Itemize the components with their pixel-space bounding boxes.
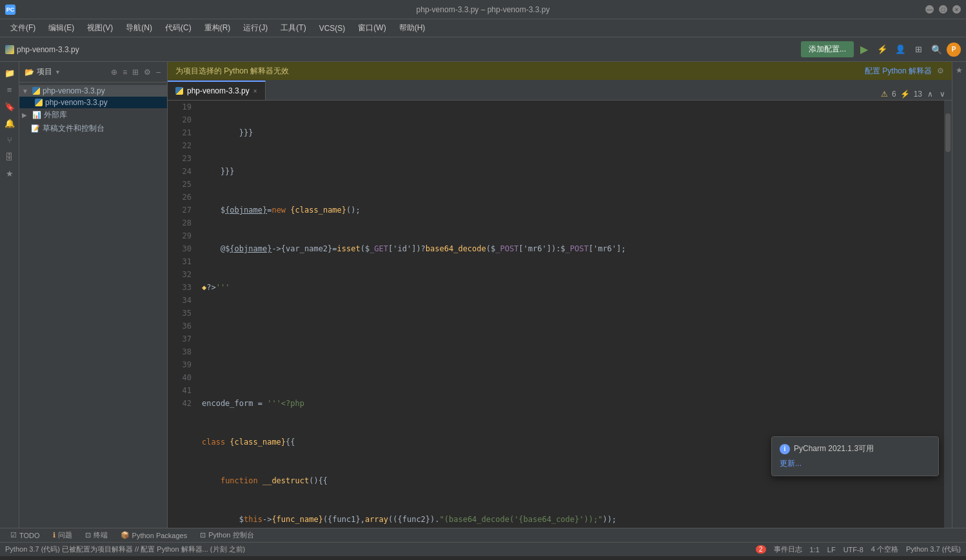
tree-file-item[interactable]: php-venom-3.3.py — [19, 97, 167, 108]
file-tree-content: ▼ php-venom-3.3.py php-venom-3.3.py ▶ 📊 … — [19, 82, 167, 528]
tab-python-icon — [175, 87, 183, 95]
editor-scrollbar[interactable] — [944, 101, 952, 528]
collapse-icon: ▶ — [22, 111, 30, 119]
menu-run[interactable]: 运行(J) — [238, 21, 273, 35]
sidebar-icon-panel: 📁 ≡ 🔖 🔔 ⑂ 🗄 ★ — [0, 62, 19, 528]
file-indicator: php-venom-3.3.py — [5, 45, 79, 54]
project-file-tree: 📂 项目 ▼ ⊕ ≡ ⊞ ⚙ – ▼ php-venom-3.3.py — [19, 62, 168, 528]
tab-close-button[interactable]: × — [253, 88, 257, 95]
tree-hide-button[interactable]: – — [155, 66, 162, 78]
title-bar-left: PC — [5, 5, 19, 15]
tree-sort-button[interactable]: ≡ — [121, 66, 128, 78]
tree-external-libs[interactable]: ▶ 📊 外部库 — [19, 108, 167, 122]
error-count: 13 — [914, 90, 922, 99]
sidebar-bookmark-icon[interactable]: 🔖 — [3, 99, 17, 113]
tree-root-folder[interactable]: ▼ php-venom-3.3.py — [19, 85, 167, 97]
bottom-tab-python-console[interactable]: ⊡ Python 控制台 — [195, 529, 259, 541]
right-sidebar-star-icon[interactable]: ★ — [954, 64, 965, 76]
prev-error-button[interactable]: ∧ — [926, 88, 934, 100]
event-log-badge[interactable]: 2 — [756, 545, 766, 554]
toolbar: php-venom-3.3.py 添加配置... ▶ ⚡ 👤 ⊞ 🔍 P — [0, 37, 966, 62]
sidebar-project-icon[interactable]: 📁 — [3, 66, 17, 80]
update-link[interactable]: 更新... — [780, 459, 802, 468]
sidebar-star-icon[interactable]: ★ — [3, 166, 17, 180]
run-button[interactable]: ▶ — [856, 42, 872, 57]
add-configuration-button[interactable]: 添加配置... — [801, 41, 854, 57]
search-button[interactable]: 🔍 — [929, 42, 944, 57]
folder-icon: 📂 — [25, 68, 34, 77]
status-bar: Python 3.7 (代码) 已被配置为项目解释器 // 配置 Python … — [0, 542, 966, 556]
bottom-tab-problems[interactable]: ℹ 问题 — [48, 529, 77, 541]
tree-settings-button[interactable]: ⚙ — [143, 66, 152, 78]
scrollbar-thumb[interactable] — [945, 113, 951, 152]
configure-interpreter-link[interactable]: 配置 Python 解释器 ⚙ — [865, 66, 944, 77]
code-editor[interactable]: 19 20 21 22 23 24 25 26 27 28 29 30 31 3… — [168, 101, 952, 528]
tree-expand-button[interactable]: ⊞ — [131, 66, 140, 78]
menu-edit[interactable]: 编辑(E) — [43, 21, 79, 35]
terminal-icon: ⊡ — [85, 531, 91, 539]
expand-icon: ▼ — [22, 88, 30, 95]
line-ending[interactable]: LF — [827, 546, 836, 554]
right-sidebar: ★ — [952, 62, 966, 528]
debug-button[interactable]: ⚡ — [874, 42, 890, 57]
maximize-button[interactable]: □ — [939, 5, 947, 14]
tree-scratch-label: 草稿文件和控制台 — [43, 123, 104, 134]
external-libs-icon: 📊 — [32, 111, 41, 119]
terminal-label: 终端 — [94, 530, 108, 540]
menu-navigate[interactable]: 导航(N) — [121, 21, 157, 35]
bottom-tab-python-packages[interactable]: 📦 Python Packages — [115, 530, 193, 541]
tree-scratch-files[interactable]: 📝 草稿文件和控制台 — [19, 122, 167, 135]
menu-code[interactable]: 代码(C) — [160, 21, 197, 35]
encoding[interactable]: UTF-8 — [843, 546, 863, 554]
indent-setting[interactable]: 4 个空格 — [871, 545, 898, 554]
menu-help[interactable]: 帮助(H) — [394, 21, 431, 35]
python-version-status[interactable]: Python 3.7 (代码) — [906, 545, 961, 554]
sidebar-git-icon[interactable]: ⑂ — [3, 133, 17, 147]
sidebar-notification-icon[interactable]: 🔔 — [3, 116, 17, 130]
event-log-label[interactable]: 事件日志 — [774, 545, 802, 554]
tab-label: php-venom-3.3.py — [187, 86, 250, 95]
application-menu-bar: 文件(F) 编辑(E) 视图(V) 导航(N) 代码(C) 重构(R) 运行(J… — [0, 19, 966, 37]
editor-tab-main[interactable]: php-venom-3.3.py × — [168, 81, 266, 100]
interpreter-status[interactable]: Python 3.7 (代码) 已被配置为项目解释器 // 配置 Python … — [5, 545, 245, 554]
python-interpreter-warning: 为项目选择的 Python 解释器无效 配置 Python 解释器 ⚙ — [168, 62, 952, 80]
tree-add-button[interactable]: ⊕ — [110, 66, 119, 78]
tree-title-label: 项目 — [37, 66, 52, 77]
menu-window[interactable]: 窗口(W) — [353, 21, 391, 35]
configure-link-text: 配置 Python 解释器 — [865, 66, 932, 77]
close-button[interactable]: × — [952, 5, 961, 14]
user-avatar[interactable]: P — [947, 43, 961, 57]
next-error-button[interactable]: ∨ — [938, 88, 947, 100]
tree-external-label: 外部库 — [44, 110, 67, 121]
menu-tools[interactable]: 工具(T) — [275, 21, 311, 35]
console-icon: ⊡ — [200, 531, 206, 539]
chevron-down-icon: ▼ — [55, 69, 61, 75]
bottom-tab-todo[interactable]: ☑ TODO — [5, 530, 45, 541]
profile-button[interactable]: 👤 — [892, 42, 908, 57]
title-bar: PC php-venom-3.3.py – php-venom-3.3.py —… — [0, 0, 966, 19]
notification-header: i PyCharm 2021.1.3可用 — [780, 443, 931, 454]
info-icon: i — [780, 444, 790, 454]
sidebar-database-icon[interactable]: 🗄 — [3, 150, 17, 164]
status-bar-right: 2 事件日志 1:1 LF UTF-8 4 个空格 Python 3.7 (代码… — [756, 545, 961, 554]
bottom-tab-terminal[interactable]: ⊡ 终端 — [80, 529, 113, 541]
file-tree-header: 📂 项目 ▼ ⊕ ≡ ⊞ ⚙ – — [19, 62, 167, 82]
python-console-label: Python 控制台 — [208, 530, 253, 540]
coverage-button[interactable]: ⊞ — [911, 42, 926, 57]
menu-vcs[interactable]: VCS(S) — [314, 22, 351, 35]
problems-label: 问题 — [58, 530, 72, 540]
menu-refactor[interactable]: 重构(R) — [199, 21, 236, 35]
todo-label: TODO — [19, 532, 40, 539]
tree-python-file-icon — [35, 99, 43, 106]
menu-view[interactable]: 视图(V) — [82, 21, 118, 35]
sidebar-structure-icon[interactable]: ≡ — [3, 82, 17, 97]
editor-area: 为项目选择的 Python 解释器无效 配置 Python 解释器 ⚙ php-… — [168, 62, 952, 528]
add-config-label: 添加配置... — [809, 44, 846, 55]
bottom-panel-tabs: ☑ TODO ℹ 问题 ⊡ 终端 📦 Python Packages ⊡ Pyt… — [0, 528, 966, 542]
minimize-button[interactable]: — — [925, 5, 934, 14]
error-lightning-icon: ⚡ — [900, 90, 910, 99]
menu-file[interactable]: 文件(F) — [5, 21, 41, 35]
status-bar-left: Python 3.7 (代码) 已被配置为项目解释器 // 配置 Python … — [5, 545, 245, 554]
main-content: 📁 ≡ 🔖 🔔 ⑂ 🗄 ★ 📂 项目 ▼ ⊕ ≡ ⊞ ⚙ – ▼ — [0, 62, 966, 528]
interpreter-status-text: Python 3.7 (代码) 已被配置为项目解释器 // 配置 Python … — [5, 545, 245, 554]
